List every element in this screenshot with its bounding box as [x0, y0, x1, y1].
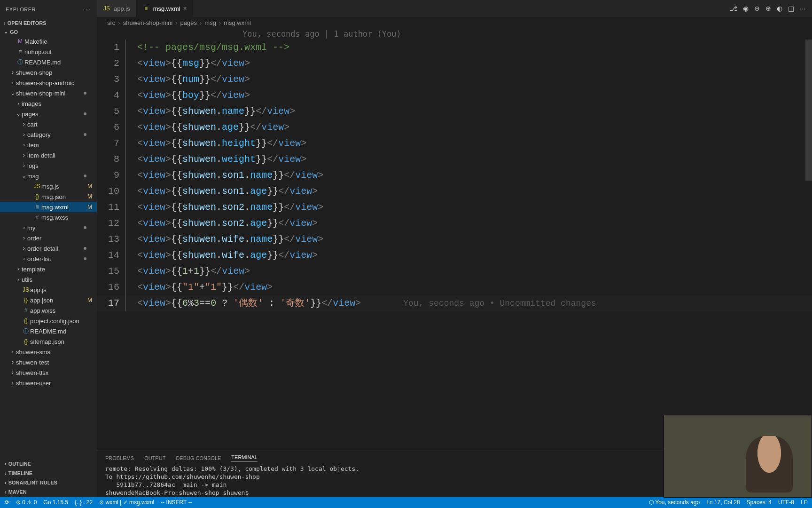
tree-item[interactable]: ›shuwen-sms [0, 347, 97, 357]
breadcrumb-item[interactable]: pages [180, 19, 197, 26]
code-line[interactable]: 4<view>{{boy}}</view> [97, 87, 812, 103]
tree-item[interactable]: ›utils [0, 274, 97, 285]
breadcrumb-item[interactable]: shuwen-shop-mini [123, 19, 173, 26]
code-text: <view>{{1+1}}</view> [131, 263, 250, 279]
tree-item[interactable]: ›logs [0, 160, 97, 171]
tab-more-icon[interactable]: ··· [800, 5, 805, 12]
tree-item[interactable]: ›template [0, 264, 97, 274]
tree-item[interactable]: ›item-detail [0, 150, 97, 160]
explorer-more-icon[interactable]: ··· [83, 6, 91, 13]
run-icon[interactable]: ◉ [743, 5, 749, 12]
tree-item[interactable]: {}project.config.json [0, 316, 97, 326]
status-item[interactable]: ⊘ 0 ⚠ 0 [16, 499, 37, 506]
code-line[interactable]: 1<!-- pages/msg/msg.wxml --> [97, 40, 812, 56]
tree-item[interactable]: ⌄pages [0, 109, 97, 119]
code-line[interactable]: 3<view>{{num}}</view> [97, 71, 812, 87]
open-editors-section[interactable]: OPEN EDITORS [0, 19, 97, 27]
editor-tab[interactable]: ≡msg.wxml× [136, 0, 193, 17]
tree-item[interactable]: ⌄msg [0, 171, 97, 181]
code-line[interactable]: 8<view>{{shuwen.weight}}</view> [97, 151, 812, 167]
tree-item[interactable]: ›item [0, 140, 97, 150]
tree-item[interactable]: {}msg.jsonM [0, 191, 97, 202]
status-item[interactable]: Spaces: 4 [747, 499, 772, 506]
status-item[interactable]: LF [801, 499, 807, 506]
gitlens-blame-header: You, seconds ago | 1 author (You) [97, 28, 812, 40]
code-line[interactable]: 16<view>{{"1"+"1"}}</view> [97, 279, 812, 295]
status-item[interactable]: -- INSERT -- [161, 499, 192, 506]
explorer-sidebar: EXPLORER ··· OPEN EDITORS GO MMakefile≡n… [0, 0, 97, 497]
tree-item[interactable]: ⓘREADME.md [0, 57, 97, 67]
git-status-badge: M [87, 297, 92, 303]
status-item[interactable]: UTF-8 [778, 499, 794, 506]
tree-item[interactable]: ›my [0, 222, 97, 233]
live-preview-icon[interactable]: ◐ [777, 5, 782, 12]
tree-item[interactable]: #app.wxss [0, 305, 97, 316]
tree-item[interactable]: ›images [0, 98, 97, 109]
breadcrumb[interactable]: src›shuwen-shop-mini›pages›msg›msg.wxml [97, 17, 812, 28]
close-icon[interactable]: × [183, 5, 187, 12]
nav-back-icon[interactable]: ⊖ [754, 5, 760, 12]
code-line[interactable]: 12<view>{{shuwen.son2.age}}</view> [97, 215, 812, 231]
code-line[interactable]: 7<view>{{shuwen.height}}</view> [97, 135, 812, 151]
panel-tab-debug-console[interactable]: DEBUG CONSOLE [176, 455, 221, 461]
status-item[interactable]: ⬡ You, seconds ago [649, 499, 700, 506]
tree-item[interactable]: ≡nohup.out [0, 47, 97, 57]
nav-fwd-icon[interactable]: ⊕ [765, 5, 771, 12]
tree-item[interactable]: ›cart [0, 119, 97, 129]
status-item[interactable]: ⊙ wxml | ✓ msg.wxml [99, 499, 154, 506]
tree-item[interactable]: #msg.wxss [0, 212, 97, 222]
panel-tab-output[interactable]: OUTPUT [144, 455, 165, 461]
code-line[interactable]: 2<view>{{msg}}</view> [97, 56, 812, 71]
file-icon: JS [22, 286, 30, 293]
panel-tab-terminal[interactable]: TERMINAL [231, 454, 258, 461]
tree-item[interactable]: ›order-detail [0, 243, 97, 254]
tree-item[interactable]: ›category [0, 129, 97, 140]
code-editor[interactable]: 1<!-- pages/msg/msg.wxml -->2<view>{{msg… [97, 40, 812, 451]
code-line[interactable]: 9<view>{{shuwen.son1.name}}</view> [97, 167, 812, 183]
status-item[interactable]: Ln 17, Col 28 [706, 499, 740, 506]
tree-item[interactable]: {}app.jsonM [0, 295, 97, 305]
tree-item[interactable]: ⌄shuwen-shop-mini [0, 88, 97, 98]
code-line[interactable]: 11<view>{{shuwen.son2.name}}</view> [97, 199, 812, 215]
tree-item[interactable]: ≡msg.wxmlM [0, 202, 97, 212]
editor-tabs: JSapp.js≡msg.wxml× ⎇ ◉ ⊖ ⊕ ◐ ◫ ··· [97, 0, 812, 17]
tree-item[interactable]: ›shuwen-shop-android [0, 78, 97, 88]
webcam-overlay [664, 415, 812, 498]
sidebar-panel-sonarlint-rules[interactable]: SONARLINT RULES [0, 478, 97, 487]
tree-item[interactable]: ›shuwen-user [0, 378, 97, 388]
status-item[interactable]: {..} : 22 [75, 499, 93, 506]
sidebar-panel-outline[interactable]: OUTLINE [0, 459, 97, 468]
tree-item[interactable]: JSapp.js [0, 285, 97, 295]
code-line[interactable]: 17<view>{{6%3==0 ? '偶数' : '奇数'}}</view>Y… [97, 295, 812, 311]
chevron-icon: › [9, 369, 16, 376]
tree-item[interactable]: ›shuwen-ttsx [0, 367, 97, 378]
workspace-root[interactable]: GO [0, 27, 97, 36]
tree-item[interactable]: {}sitemap.json [0, 336, 97, 347]
code-line[interactable]: 13<view>{{shuwen.wife.name}}</view> [97, 231, 812, 247]
overview-ruler[interactable] [805, 40, 812, 322]
tree-item[interactable]: JSmsg.jsM [0, 181, 97, 191]
split-editor-icon[interactable]: ◫ [788, 5, 794, 12]
breadcrumb-item[interactable]: msg.wxml [224, 19, 251, 26]
file-tree[interactable]: MMakefile≡nohup.outⓘREADME.md›shuwen-sho… [0, 36, 97, 459]
scm-compare-icon[interactable]: ⎇ [730, 5, 737, 12]
tree-item[interactable]: ›shuwen-test [0, 357, 97, 367]
code-line[interactable]: 14<view>{{shuwen.wife.age}}</view> [97, 247, 812, 263]
code-line[interactable]: 5<view>{{shuwen.name}}</view> [97, 103, 812, 119]
tree-item[interactable]: ›order [0, 233, 97, 243]
code-line[interactable]: 10<view>{{shuwen.son1.age}}</view> [97, 183, 812, 199]
tree-item[interactable]: ⓘREADME.md [0, 326, 97, 336]
sidebar-panel-maven[interactable]: MAVEN [0, 487, 97, 497]
editor-tab[interactable]: JSapp.js [97, 0, 136, 17]
tree-item[interactable]: ›shuwen-shop [0, 67, 97, 78]
status-item[interactable]: Go 1.15.5 [43, 499, 68, 506]
code-line[interactable]: 15<view>{{1+1}}</view> [97, 263, 812, 279]
panel-tab-problems[interactable]: PROBLEMS [105, 455, 134, 461]
tree-item[interactable]: ›order-list [0, 254, 97, 264]
sidebar-panel-timeline[interactable]: TIMELINE [0, 468, 97, 478]
status-item[interactable]: ⟳ [5, 499, 9, 506]
code-line[interactable]: 6<view>{{shuwen.age}}</view> [97, 119, 812, 135]
breadcrumb-item[interactable]: src [107, 19, 115, 26]
breadcrumb-item[interactable]: msg [204, 19, 216, 26]
tree-item[interactable]: MMakefile [0, 36, 97, 47]
